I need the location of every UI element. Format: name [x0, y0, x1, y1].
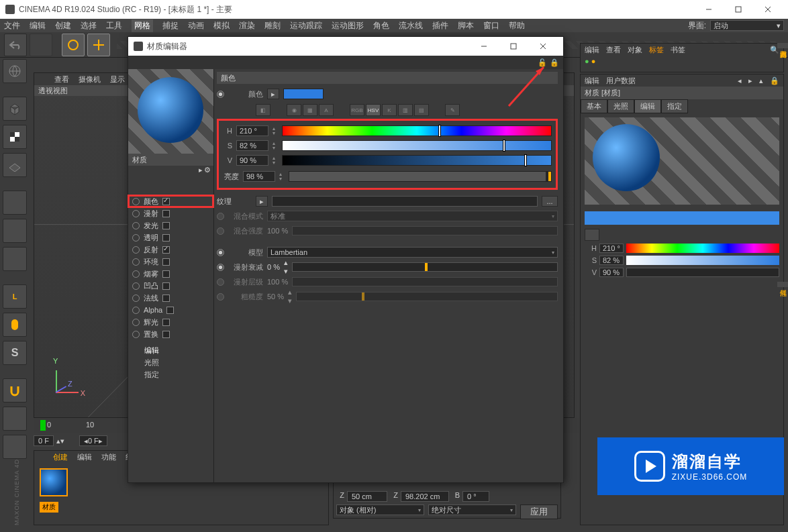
channel-radio[interactable]: [132, 222, 140, 229]
hsv-s-spinner[interactable]: ▴▾: [273, 141, 278, 150]
color-swatch[interactable]: [283, 89, 324, 99]
hsv-h-spinner[interactable]: ▴▾: [273, 126, 278, 136]
channel-row-置换[interactable]: 置换: [128, 328, 213, 340]
coord-b[interactable]: 0 °: [462, 491, 489, 502]
magnet-icon[interactable]: [3, 378, 27, 403]
menu-sculpt[interactable]: 雕刻: [264, 20, 281, 32]
menu-plugins[interactable]: 插件: [432, 20, 448, 32]
menu-render[interactable]: 渲染: [239, 20, 255, 32]
menu-pipeline[interactable]: 流水线: [399, 20, 423, 32]
cube-icon[interactable]: [3, 97, 27, 121]
model-mode-icon[interactable]: [3, 59, 27, 83]
material-thumbnail[interactable]: [40, 468, 68, 496]
channel-row-颜色[interactable]: 颜色: [128, 195, 213, 207]
channel-checkbox[interactable]: [162, 246, 170, 254]
points-mode-icon[interactable]: [3, 191, 27, 215]
window-minimize-button[interactable]: [694, 0, 724, 19]
objpanel-menu-view[interactable]: 查看: [606, 45, 621, 55]
channel-radio[interactable]: [132, 331, 140, 338]
mode-swatch-icon[interactable]: ◧: [256, 104, 270, 116]
menu-character[interactable]: 角色: [373, 20, 389, 32]
channel-radio[interactable]: [132, 246, 140, 254]
menu-mesh[interactable]: 网格: [132, 19, 153, 32]
coord-size-z[interactable]: 50 cm: [347, 491, 387, 502]
channel-checkbox[interactable]: [162, 198, 170, 205]
viewport-menu-camera[interactable]: 摄像机: [79, 74, 101, 85]
dialog-minimize-button[interactable]: [469, 37, 499, 56]
channel-row-Alpha[interactable]: Alpha: [128, 304, 213, 316]
playhead-marker[interactable]: [40, 420, 46, 431]
object-row[interactable]: ● ●: [581, 56, 783, 66]
mode-k-button[interactable]: K: [382, 104, 397, 116]
diffuse-falloff-value[interactable]: 0 %: [267, 263, 280, 271]
channel-radio[interactable]: [132, 307, 140, 314]
dialog-titlebar[interactable]: 材质编辑器: [128, 37, 563, 56]
matmgr-menu-create[interactable]: 创建: [53, 452, 68, 462]
channel-checkbox[interactable]: [162, 222, 170, 229]
texture-browse-button[interactable]: ...: [542, 196, 558, 207]
mouse-icon[interactable]: [3, 313, 27, 337]
texture-field[interactable]: [272, 196, 538, 207]
channel-checkbox[interactable]: [162, 234, 170, 242]
channel-checkbox[interactable]: [162, 258, 170, 266]
attr-v-slider[interactable]: [626, 268, 779, 277]
workplane-icon[interactable]: [3, 153, 27, 177]
brightness-spinner[interactable]: ▴▾: [279, 172, 285, 181]
dialog-material-name[interactable]: 材质: [128, 154, 213, 166]
dialog-close-button[interactable]: [528, 37, 558, 56]
attr-h-slider[interactable]: [626, 244, 779, 253]
channel-radio[interactable]: [132, 210, 140, 217]
mode-spectrum-icon[interactable]: ▦: [303, 104, 317, 116]
eyedropper-icon[interactable]: ✎: [445, 104, 460, 116]
sublink-assign[interactable]: 指定: [128, 368, 213, 380]
objpanel-menu-edit[interactable]: 编辑: [585, 45, 599, 55]
channel-row-透明[interactable]: 透明: [128, 231, 213, 244]
locked-workplane-icon[interactable]: [3, 407, 27, 431]
mode-hsv-button[interactable]: HSV: [366, 104, 381, 116]
attr-menu-userdata[interactable]: 用户数据: [606, 76, 636, 86]
hsv-s-value[interactable]: 82 %: [236, 140, 268, 151]
menu-animate[interactable]: 动画: [188, 20, 204, 32]
preview-settings-icon[interactable]: ⚙: [204, 166, 211, 176]
move-tool[interactable]: [87, 34, 110, 56]
dialog-maximize-button[interactable]: [499, 37, 528, 56]
preview-play-icon[interactable]: ▸: [199, 166, 203, 176]
hsv-v-slider[interactable]: [282, 155, 552, 166]
undo-button[interactable]: [4, 34, 27, 56]
channel-row-辉光[interactable]: 辉光: [128, 316, 213, 328]
menu-simulate[interactable]: 模拟: [213, 20, 230, 32]
color-expand-button[interactable]: ▸: [267, 89, 279, 99]
viewport-menu-view[interactable]: 查看: [54, 74, 69, 85]
attr-v-value[interactable]: 90 %: [599, 268, 624, 277]
channel-radio[interactable]: [132, 282, 140, 290]
menu-mograph[interactable]: 运动图形: [332, 20, 364, 32]
menu-help[interactable]: 帮助: [509, 20, 525, 32]
coord-object-mode-select[interactable]: 对象 (相对)▾: [336, 504, 424, 515]
axis-l-icon[interactable]: L: [3, 284, 27, 309]
sublink-edit[interactable]: 编辑: [128, 344, 213, 356]
model-radio[interactable]: [217, 249, 224, 256]
spinner-icon[interactable]: ▴▾: [56, 437, 64, 445]
mode-rgb-button[interactable]: RGB: [350, 104, 364, 116]
channel-checkbox[interactable]: [162, 319, 170, 326]
model-select[interactable]: Lambertian▾: [267, 247, 558, 258]
dialog-preview[interactable]: [128, 69, 213, 154]
menu-select[interactable]: 选择: [81, 20, 97, 32]
channel-radio[interactable]: [132, 234, 140, 242]
objpanel-menu-tags[interactable]: 标签: [649, 45, 664, 55]
brightness-value[interactable]: 98 %: [243, 171, 275, 182]
hsv-v-spinner[interactable]: ▴▾: [273, 156, 278, 165]
coord-size-mode-select[interactable]: 绝对尺寸▾: [428, 504, 516, 515]
layout-select[interactable]: 启动 ▾: [710, 20, 784, 31]
menu-edit[interactable]: 编辑: [30, 20, 46, 32]
snap-s-icon[interactable]: S: [3, 341, 27, 365]
coord-apply-button[interactable]: 应用: [520, 504, 558, 519]
redo-button[interactable]: [30, 34, 52, 56]
attr-s-value[interactable]: 82 %: [599, 256, 624, 265]
channel-checkbox[interactable]: [162, 282, 170, 290]
menu-script[interactable]: 脚本: [458, 20, 474, 32]
grid-icon[interactable]: [3, 435, 27, 459]
diffuse-falloff-spinner[interactable]: ▴▾: [284, 258, 288, 276]
texture-arrow-button[interactable]: ▸: [256, 196, 268, 207]
frame-current-field[interactable]: ◂ 0 F ▸: [79, 435, 107, 446]
